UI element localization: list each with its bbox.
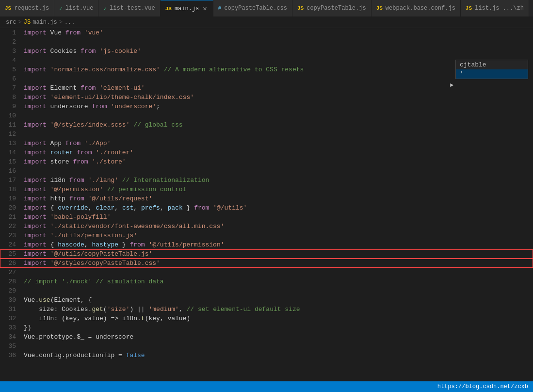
autocomplete-item[interactable]: ► ' xyxy=(456,69,528,79)
line-content: import '@/styles/copyPasteTable.css' xyxy=(22,259,533,268)
vue-icon: ✓ xyxy=(103,5,107,12)
line-content: import router from './router' xyxy=(22,148,533,157)
status-bar: https://blog.csdn.net/zcxb xyxy=(0,381,533,392)
line-number: 20 xyxy=(0,203,22,212)
tab-list-js-zh[interactable]: JS list.js ...\zh xyxy=(461,0,529,16)
table-row: 26import '@/styles/copyPasteTable.css' xyxy=(0,259,533,268)
table-row: 35 xyxy=(0,342,533,351)
line-content xyxy=(22,37,533,47)
line-number: 18 xyxy=(0,185,22,194)
line-number: 21 xyxy=(0,212,22,222)
table-row: 2 xyxy=(0,37,533,47)
table-row: 14import router from './router' xyxy=(0,148,533,157)
breadcrumb-src: src xyxy=(6,19,16,26)
table-row: 32 i18n: (key, value) => i18n.t(key, val… xyxy=(0,314,533,323)
line-number: 3 xyxy=(0,47,22,56)
tab-label: copyPasteTable.js xyxy=(307,5,366,12)
line-number: 25 xyxy=(0,249,22,259)
table-row: 10 xyxy=(0,111,533,120)
table-row: 3import Cookies from 'js-cookie' xyxy=(0,47,533,56)
line-number: 10 xyxy=(0,111,22,120)
breadcrumb-sep2: > xyxy=(59,19,63,26)
breadcrumb-js-icon: JS xyxy=(24,19,31,26)
line-content: import '@/utils/copyPasteTable.js' xyxy=(22,249,533,259)
table-row: 8import 'element-ui/lib/theme-chalk/inde… xyxy=(0,93,533,102)
table-row: 23import './utils/permission.js' xyxy=(0,231,533,240)
table-row: 28// import './mock' // simulation data xyxy=(0,277,533,286)
line-content xyxy=(22,286,533,295)
js-icon: JS xyxy=(5,5,11,11)
tab-main-js[interactable]: JS main.js ✕ xyxy=(161,0,213,16)
table-row: 5import 'normalize.css/normalize.css' //… xyxy=(0,65,533,74)
breadcrumb-ellipsis: ... xyxy=(65,19,75,26)
tab-list-vue[interactable]: ✓ list.vue xyxy=(54,0,98,16)
line-content xyxy=(22,268,533,277)
tab-list-test-vue[interactable]: ✓ list-test.vue xyxy=(98,0,160,16)
table-row: 30Vue.use(Element, { xyxy=(0,295,533,305)
js-icon: JS xyxy=(165,6,172,12)
line-content: import '@/styles/index.scss' // global c… xyxy=(22,120,533,130)
tab-bar: JS request.js ✓ list.vue ✓ list-test.vue… xyxy=(0,0,533,17)
line-content: import i18n from './lang' // Internation… xyxy=(22,176,533,185)
line-number: 7 xyxy=(0,83,22,93)
tab-label: list-test.vue xyxy=(110,5,155,12)
table-row: 21import 'babel-polyfill' xyxy=(0,212,533,222)
line-number: 19 xyxy=(0,194,22,203)
breadcrumb-sep: > xyxy=(18,19,22,26)
main-content: 1import Vue from 'vue'23import Cookies f… xyxy=(0,28,533,391)
line-number: 30 xyxy=(0,295,22,305)
table-row: 17import i18n from './lang' // Internati… xyxy=(0,176,533,185)
table-row: 15import store from './store' xyxy=(0,157,533,166)
line-number: 23 xyxy=(0,231,22,240)
breadcrumb-file: main.js xyxy=(32,19,57,26)
table-row: 4 xyxy=(0,56,533,65)
line-number: 6 xyxy=(0,74,22,83)
status-url: https://blog.csdn.net/zcxb xyxy=(437,383,528,390)
line-content: import '@/permission' // permission cont… xyxy=(22,185,533,194)
line-content: // import './mock' // simulation data xyxy=(22,277,533,286)
table-row: 13import App from './App' xyxy=(0,139,533,148)
tab-request-js[interactable]: JS request.js xyxy=(0,0,54,16)
line-number: 33 xyxy=(0,323,22,332)
table-row: 24import { hascode, hastype } from '@/ut… xyxy=(0,240,533,249)
line-content xyxy=(22,130,533,139)
line-content: import store from './store' xyxy=(22,157,533,166)
line-content: import 'element-ui/lib/theme-chalk/index… xyxy=(22,93,533,102)
css-icon: # xyxy=(218,5,222,11)
line-number: 14 xyxy=(0,148,22,157)
line-number: 12 xyxy=(0,130,22,139)
line-content: import Element from 'element-ui' xyxy=(22,83,533,93)
code-table: 1import Vue from 'vue'23import Cookies f… xyxy=(0,28,533,360)
js-icon: JS xyxy=(297,5,304,11)
line-number: 26 xyxy=(0,259,22,268)
tab-copyPasteTable-js[interactable]: JS copyPasteTable.js xyxy=(292,0,371,16)
line-content: import { hascode, hastype } from '@/util… xyxy=(22,240,533,249)
line-number: 22 xyxy=(0,222,22,231)
close-icon[interactable]: ✕ xyxy=(202,4,208,13)
line-number: 9 xyxy=(0,102,22,111)
table-row: 29 xyxy=(0,286,533,295)
chevron-right-icon: ► xyxy=(450,82,453,89)
line-number: 36 xyxy=(0,351,22,360)
line-number: 35 xyxy=(0,342,22,351)
line-number: 29 xyxy=(0,286,22,295)
line-number: 15 xyxy=(0,157,22,166)
line-number: 16 xyxy=(0,166,22,176)
line-content xyxy=(22,166,533,176)
line-content: import { override, clear, cst, prefs, pa… xyxy=(22,203,533,212)
line-number: 8 xyxy=(0,93,22,102)
breadcrumb: src > JS main.js > ... xyxy=(0,17,533,28)
tab-webpack-base-conf-js[interactable]: JS webpack.base.conf.js xyxy=(371,0,461,16)
tab-copyPasteTable-css[interactable]: # copyPasteTable.css xyxy=(213,0,292,16)
line-number: 11 xyxy=(0,120,22,130)
line-content: Vue.prototype.$_ = underscore xyxy=(22,332,533,342)
table-row: 9import underscore from 'underscore'; xyxy=(0,102,533,111)
line-content: import http from '@/utils/request' xyxy=(22,194,533,203)
line-number: 4 xyxy=(0,56,22,65)
line-content: Vue.config.productionTip = false xyxy=(22,351,533,360)
tab-label: main.js xyxy=(175,5,199,12)
vue-icon: ✓ xyxy=(59,5,63,12)
js-icon: JS xyxy=(466,5,472,11)
line-content: import './static/vendor/font-awesome/css… xyxy=(22,222,533,231)
table-row: 25import '@/utils/copyPasteTable.js' xyxy=(0,249,533,259)
